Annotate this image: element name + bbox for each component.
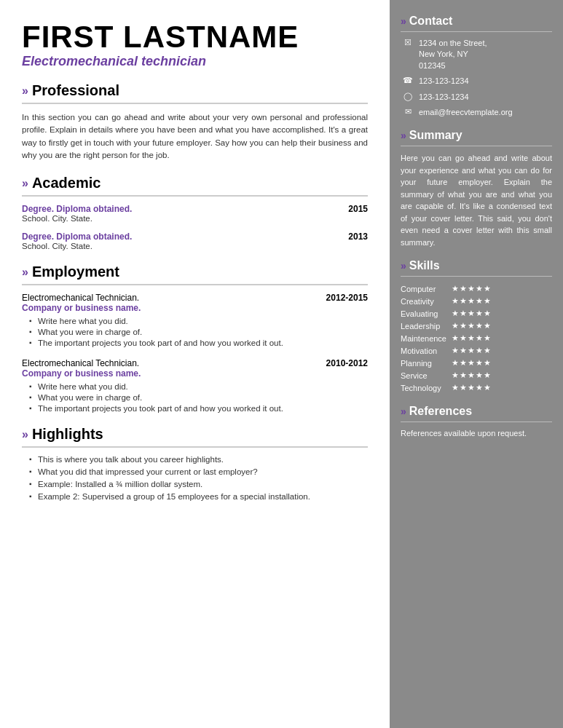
professional-header: » Professional <box>22 82 368 99</box>
summary-divider <box>401 146 552 146</box>
company-name-2: Company or business name. <box>22 368 368 379</box>
academic-divider <box>22 195 368 197</box>
academic-entry-1: Degree. Diploma obtained. 2015 School. C… <box>22 204 368 223</box>
references-title: References <box>409 405 472 418</box>
academic-arrow-icon: » <box>22 177 28 190</box>
address-icon: ☒ <box>401 38 415 47</box>
contact-address-text: 1234 on the Street,New York, NY012345 <box>419 38 487 71</box>
summary-text: Here you can go ahead and write about yo… <box>401 152 552 248</box>
academic-title: Academic <box>32 175 101 191</box>
skills-title: Skills <box>409 259 440 272</box>
professional-text: In this section you can go ahead and wri… <box>22 111 368 162</box>
bullet-item: What you were in charge of. <box>29 328 368 336</box>
highlight-item: What you did that impressed your current… <box>29 467 368 476</box>
summary-arrow-icon: » <box>401 130 406 141</box>
skill-name: Leadership <box>401 320 452 332</box>
job-title: Electromechanical technician <box>22 54 368 69</box>
bullet-item: What you were in charge of. <box>29 393 368 402</box>
professional-arrow-icon: » <box>22 84 28 98</box>
contact-arrow-icon: » <box>401 15 406 27</box>
email-icon: ✉ <box>401 107 415 116</box>
skill-stars: ★★★★★ <box>452 369 552 381</box>
skill-name: Planning <box>401 357 452 369</box>
degree-title-1: Degree. Diploma obtained. <box>22 204 132 214</box>
skill-stars: ★★★★★ <box>452 381 552 394</box>
full-name: FIRST LASTNAME <box>22 22 368 52</box>
skill-name: Motivation <box>401 344 452 357</box>
highlight-item: Example: Installed a ¾ million dollar sy… <box>29 480 368 488</box>
skill-stars: ★★★★★ <box>452 332 552 344</box>
professional-divider <box>22 103 368 104</box>
skill-name: Computer <box>401 282 452 295</box>
highlight-item: Example 2: Supervised a group of 15 empl… <box>29 492 368 501</box>
skills-divider <box>401 276 552 277</box>
skill-row: Planning★★★★★ <box>401 357 552 369</box>
employment-arrow-icon: » <box>22 266 28 279</box>
bullet-item: Write here what you did. <box>29 317 368 325</box>
highlights-arrow-icon: » <box>22 428 28 441</box>
highlights-header: » Highlights <box>22 426 368 443</box>
skills-arrow-icon: » <box>401 260 406 272</box>
references-arrow-icon: » <box>401 405 406 417</box>
skills-header: » Skills <box>401 259 552 272</box>
highlights-title: Highlights <box>32 426 103 443</box>
contact-address: ☒ 1234 on the Street,New York, NY012345 <box>401 38 552 71</box>
references-divider <box>401 422 552 422</box>
school-info-1: School. City. State. <box>22 214 368 223</box>
summary-title: Summary <box>409 129 462 142</box>
bullet-item: The important projects you took part of … <box>29 339 368 347</box>
skill-name: Service <box>401 369 452 381</box>
academic-header: » Academic <box>22 175 368 191</box>
contact-phone2: ◯ 123-123-1234 <box>401 92 552 103</box>
skill-row: Computer★★★★★ <box>401 282 552 295</box>
employment-bullets-1: Write here what you did. What you were i… <box>22 317 368 347</box>
left-column: FIRST LASTNAME Electromechanical technic… <box>0 0 390 728</box>
employment-header: » Employment <box>22 264 368 280</box>
references-text: References available upon request. <box>401 428 552 439</box>
professional-title: Professional <box>32 82 119 99</box>
employment-entry-1: Electromechanical Technician. 2012-2015 … <box>22 293 368 347</box>
contact-phone1-text: 123-123-1234 <box>419 76 469 87</box>
mobile-icon: ◯ <box>401 92 415 101</box>
skill-row: Technology★★★★★ <box>401 381 552 394</box>
highlight-item: This is where you talk about you career … <box>29 455 368 464</box>
employment-divider <box>22 284 368 285</box>
bullet-item: The important projects you took part of … <box>29 404 368 413</box>
contact-header: » Contact <box>401 15 552 28</box>
skill-stars: ★★★★★ <box>452 320 552 332</box>
skill-name: Creativity <box>401 295 452 307</box>
skill-name: Technology <box>401 381 452 394</box>
skills-table: Computer★★★★★Creativity★★★★★Evaluating★★… <box>401 282 552 394</box>
contact-phone2-text: 123-123-1234 <box>419 92 469 103</box>
academic-entry-2: Degree. Diploma obtained. 2013 School. C… <box>22 232 368 250</box>
skill-stars: ★★★★★ <box>452 357 552 369</box>
bullet-item: Write here what you did. <box>29 382 368 391</box>
employment-dates-1: 2012-2015 <box>326 293 368 303</box>
skill-stars: ★★★★★ <box>452 307 552 320</box>
degree-year-1: 2015 <box>348 204 368 214</box>
degree-title-2: Degree. Diploma obtained. <box>22 232 132 242</box>
skill-row: Evaluating★★★★★ <box>401 307 552 320</box>
highlights-divider <box>22 446 368 448</box>
company-name-1: Company or business name. <box>22 303 368 313</box>
school-info-2: School. City. State. <box>22 242 368 250</box>
employment-bullets-2: Write here what you did. What you were i… <box>22 382 368 413</box>
contact-email-text: email@freecvtemplate.org <box>419 107 513 118</box>
skill-row: Maintenence★★★★★ <box>401 332 552 344</box>
employer-name-1: Electromechanical Technician. <box>22 293 139 303</box>
references-header: » References <box>401 405 552 418</box>
employment-entry-2: Electromechanical Technician. 2010-2012 … <box>22 358 368 413</box>
skill-stars: ★★★★★ <box>452 344 552 357</box>
skill-stars: ★★★★★ <box>452 295 552 307</box>
contact-divider <box>401 31 552 32</box>
skill-row: Creativity★★★★★ <box>401 295 552 307</box>
name-block: FIRST LASTNAME Electromechanical technic… <box>22 22 368 69</box>
highlights-list: This is where you talk about you career … <box>22 455 368 501</box>
skill-stars: ★★★★★ <box>452 282 552 295</box>
employment-dates-2: 2010-2012 <box>326 358 368 368</box>
skill-row: Motivation★★★★★ <box>401 344 552 357</box>
contact-title: Contact <box>409 15 453 28</box>
contact-phone1: ☎ 123-123-1234 <box>401 76 552 87</box>
skill-row: Service★★★★★ <box>401 369 552 381</box>
degree-year-2: 2013 <box>348 232 368 242</box>
